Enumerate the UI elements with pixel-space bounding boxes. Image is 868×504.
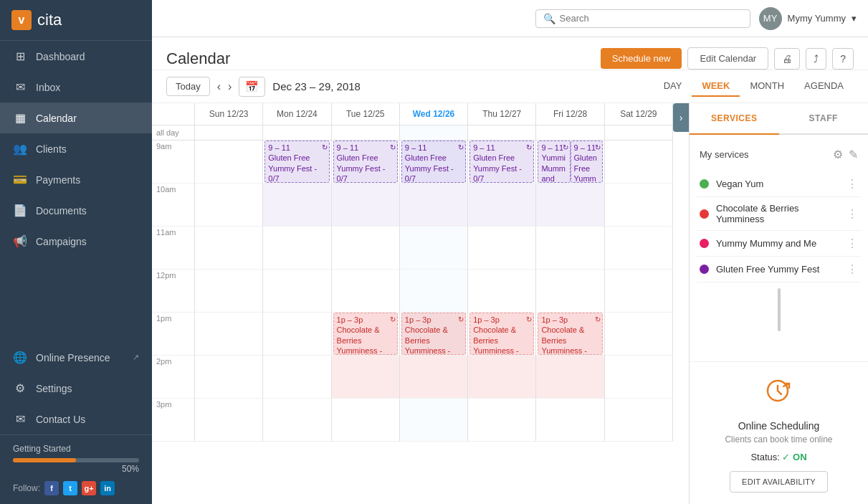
event-gluten-thu[interactable]: ↻ 9 – 11 Gluten Free Yummy Fest - 0/7 [469,141,534,183]
cell-fri-1pm[interactable]: ↻ 1p – 3p Chocolate & Berries Yumminess … [536,313,604,356]
cell-mon-9am[interactable]: ↻ 9 – 11 Gluten Free Yummy Fest - 0/7 [263,141,331,184]
service-menu-icon[interactable]: ⋮ [846,237,858,250]
help-button[interactable]: ? [832,48,854,70]
cell-wed-11am[interactable] [400,227,468,270]
sidebar-item-dashboard[interactable]: ⊞ Dashboard [0,41,152,72]
sidebar-item-clients[interactable]: 👥 Clients [0,133,152,164]
edit-availability-button[interactable]: EDIT AVAILABILITY [730,471,828,493]
event-gluten-wed[interactable]: ↻ 9 – 11 Gluten Free Yummy Fest - 0/7 [401,141,466,183]
cell-fri-11am[interactable] [536,227,604,270]
next-arrow[interactable]: › [228,80,232,93]
cell-thu-12pm[interactable] [468,270,536,313]
facebook-icon[interactable]: f [44,481,59,495]
cell-mon-12pm[interactable] [263,270,331,313]
search-input[interactable] [560,13,743,24]
cell-tue-10am[interactable] [332,184,400,227]
cell-mon-1pm[interactable] [263,313,331,356]
time-grid-scroll[interactable]: 9am ↻ 9 – 11 Gluten Free Yummy Fest - 0/… [152,141,673,504]
cell-sun-9am[interactable] [195,141,263,184]
cell-sat-12pm[interactable] [605,270,673,313]
export-button[interactable]: ⤴ [806,48,826,70]
cell-sun-2pm[interactable] [195,356,263,399]
tab-staff[interactable]: STAFF [779,103,869,135]
cell-tue-9am[interactable]: ↻ 9 – 11 Gluten Free Yummy Fest - 0/7 [332,141,400,184]
event-choc-fri[interactable]: ↻ 1p – 3p Chocolate & Berries Yumminess … [538,313,602,355]
cell-sat-1pm[interactable] [605,313,673,356]
cell-thu-3pm[interactable] [468,399,536,442]
cell-sat-10am[interactable] [605,184,673,227]
event-gluten-mon[interactable]: ↻ 9 – 11 Gluten Free Yummy Fest - 0/7 [264,141,329,183]
tab-day[interactable]: DAY [654,76,692,97]
googleplus-icon[interactable]: g+ [82,481,96,495]
cell-sun-10am[interactable] [195,184,263,227]
sidebar-item-contact-us[interactable]: ✉ Contact Us [0,404,152,434]
schedule-new-button[interactable]: Schedule new [601,48,682,69]
panel-toggle-button[interactable]: › [673,103,689,132]
cell-sun-11am[interactable] [195,227,263,270]
service-item-vegan[interactable]: Vegan Yum ⋮ [697,171,861,197]
cell-mon-10am[interactable] [263,184,331,227]
cell-mon-3pm[interactable] [263,399,331,442]
cell-wed-9am[interactable]: ↻ 9 – 11 Gluten Free Yummy Fest - 0/7 [400,141,468,184]
service-menu-icon[interactable]: ⋮ [846,177,858,191]
cell-thu-10am[interactable] [468,184,536,227]
event-choc-thu[interactable]: ↻ 1p – 3p Chocolate & Berries Yumminess … [469,313,534,355]
cell-tue-3pm[interactable] [332,399,400,442]
sidebar-item-inbox[interactable]: ✉ Inbox [0,72,152,103]
cell-wed-2pm[interactable] [400,356,468,399]
cell-wed-3pm[interactable] [400,399,468,442]
cell-sun-1pm[interactable] [195,313,263,356]
cell-fri-2pm[interactable] [536,356,604,399]
tab-month[interactable]: MONTH [740,76,794,97]
tab-agenda[interactable]: AGENDA [794,76,854,97]
cell-sat-3pm[interactable] [605,399,673,442]
sidebar-item-online-presence[interactable]: 🌐 Online Presence ↗ [0,342,152,373]
search-box[interactable]: 🔍 [535,9,750,28]
edit-calendar-button[interactable]: Edit Calendar [687,47,768,70]
cell-tue-2pm[interactable] [332,356,400,399]
event-gluten-fri-b[interactable]: ↻ 9 – 11 Gluten Free Yumm Fest - 0/7 [571,141,603,183]
cell-sat-9am[interactable] [605,141,673,184]
service-item-yummy-mummy[interactable]: Yummy Mummy and Me ⋮ [697,231,861,257]
event-choc-wed[interactable]: ↻ 1p – 3p Chocolate & Berries Yumminess … [401,313,466,355]
print-button[interactable]: 🖨 [774,48,800,70]
cell-thu-11am[interactable] [468,227,536,270]
cell-wed-10am[interactable] [400,184,468,227]
cell-thu-2pm[interactable] [468,356,536,399]
cell-thu-1pm[interactable]: ↻ 1p – 3p Chocolate & Berries Yumminess … [468,313,536,356]
cell-wed-12pm[interactable] [400,270,468,313]
cell-sat-2pm[interactable] [605,356,673,399]
cell-mon-11am[interactable] [263,227,331,270]
cell-sat-11am[interactable] [605,227,673,270]
cell-tue-1pm[interactable]: ↻ 1p – 3p Chocolate & Berries Yumminess … [332,313,400,356]
datepicker-button[interactable]: 📅 [239,77,265,97]
cell-mon-2pm[interactable] [263,356,331,399]
sidebar-item-payments[interactable]: 💳 Payments [0,164,152,195]
cell-tue-12pm[interactable] [332,270,400,313]
cell-wed-1pm[interactable]: ↻ 1p – 3p Chocolate & Berries Yumminess … [400,313,468,356]
service-menu-icon[interactable]: ⋮ [846,207,858,221]
sidebar-item-documents[interactable]: 📄 Documents [0,195,152,226]
prev-arrow[interactable]: ‹ [217,80,221,93]
cell-tue-11am[interactable] [332,227,400,270]
tab-services[interactable]: SERVICES [690,103,779,135]
sidebar-item-calendar[interactable]: ▦ Calendar [0,103,152,133]
cell-thu-9am[interactable]: ↻ 9 – 11 Gluten Free Yummy Fest - 0/7 [468,141,536,184]
today-button[interactable]: Today [166,77,210,96]
event-gluten-fri-a[interactable]: ↻ 9 – 11 Yummi Mumm and Me - 0/5 [538,141,570,183]
cell-sun-12pm[interactable] [195,270,263,313]
service-item-gluten[interactable]: Gluten Free Yummy Fest ⋮ [697,257,861,282]
user-menu[interactable]: MY Mymy Yummy ▾ [759,7,857,30]
settings-services-icon[interactable]: ⚙ [833,148,843,161]
event-choc-tue[interactable]: ↻ 1p – 3p Chocolate & Berries Yumminess … [333,313,398,355]
event-gluten-tue[interactable]: ↻ 9 – 11 Gluten Free Yummy Fest - 0/7 [333,141,398,183]
cell-sun-3pm[interactable] [195,399,263,442]
edit-services-icon[interactable]: ✎ [849,148,858,161]
cell-fri-12pm[interactable] [536,270,604,313]
cell-fri-10am[interactable] [536,184,604,227]
tab-week[interactable]: WEEK [692,76,740,97]
twitter-icon[interactable]: t [63,481,77,495]
service-menu-icon[interactable]: ⋮ [846,262,858,276]
sidebar-item-campaigns[interactable]: 📢 Campaigns [0,226,152,257]
cell-fri-9am[interactable]: ↻ 9 – 11 Yummi Mumm and Me - 0/5 ↻ 9 – 1… [536,141,604,184]
